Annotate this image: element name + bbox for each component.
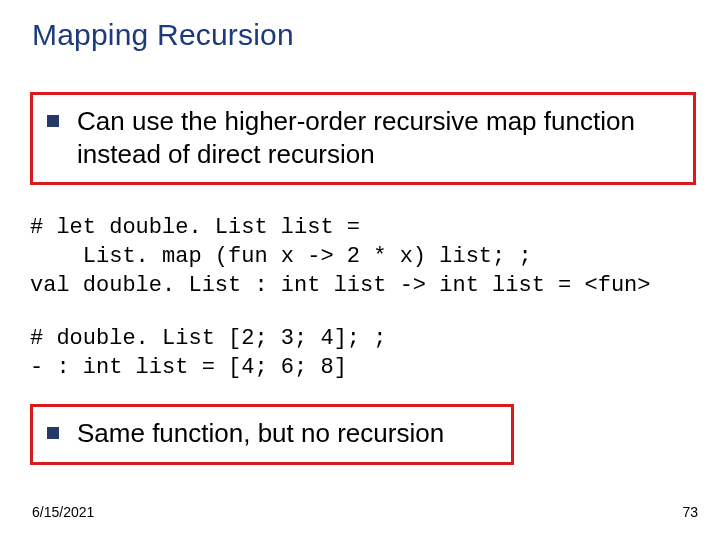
code-block-2: # double. List [2; 3; 4]; ; - : int list… — [30, 324, 700, 382]
highlight-box-2: Same function, but no recursion — [30, 404, 514, 465]
bullet-text-1: Can use the higher-order recursive map f… — [77, 105, 679, 170]
footer-page-number: 73 — [682, 504, 698, 520]
code-block-1: # let double. List list = List. map (fun… — [30, 213, 700, 300]
code-line: List. map (fun x -> 2 * x) list; ; — [30, 244, 532, 269]
slide-title: Mapping Recursion — [32, 18, 700, 52]
highlight-box-1: Can use the higher-order recursive map f… — [30, 92, 696, 185]
bullet-item-2: Same function, but no recursion — [47, 417, 497, 450]
code-line: - : int list = [4; 6; 8] — [30, 355, 347, 380]
square-bullet-icon — [47, 427, 59, 439]
square-bullet-icon — [47, 115, 59, 127]
code-line: # let double. List list = — [30, 215, 360, 240]
bullet-text-2: Same function, but no recursion — [77, 417, 444, 450]
slide-footer: 6/15/2021 73 — [32, 504, 698, 520]
slide: Mapping Recursion Can use the higher-ord… — [0, 0, 720, 540]
footer-date: 6/15/2021 — [32, 504, 94, 520]
code-line: val double. List : int list -> int list … — [30, 273, 651, 298]
code-line: # double. List [2; 3; 4]; ; — [30, 326, 386, 351]
bullet-item-1: Can use the higher-order recursive map f… — [47, 105, 679, 170]
